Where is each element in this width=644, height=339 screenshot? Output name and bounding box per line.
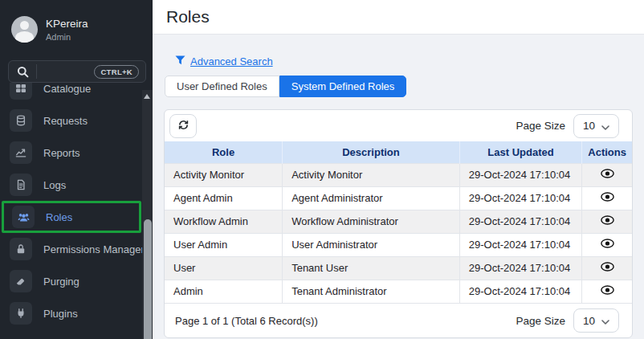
sidebar-item-purging[interactable]: Purging [0,265,142,297]
sidebar-item-label: Purging [43,276,79,288]
sidebar-item-catalogue[interactable]: Catalogue [0,83,142,104]
description-cell: Tenant Administrator [283,280,460,303]
advanced-search-link[interactable]: Advanced Search [175,55,273,67]
table-header-row: Role Description Last Updated Actions [165,141,632,163]
users-icon [12,206,35,228]
view-role-button[interactable] [597,260,617,276]
sidebar-item-roles[interactable]: Roles [2,201,141,233]
sidebar-item-reports[interactable]: Reports [0,137,142,169]
pagination-summary: Page 1 of 1 (Total 6 Record(s)) [175,315,318,327]
role-cell: Agent Admin [165,186,283,210]
description-cell: Workflow Administrator [283,210,460,233]
sidebar-item-plugins[interactable]: Plugins [0,297,142,329]
view-role-button[interactable] [597,214,617,230]
last-updated-cell: 29-Oct-2024 17:10:04 [459,163,581,186]
app-window: KPereira Admin CTRL+K Catalogue [0,0,644,339]
database-icon [10,109,32,132]
last-updated-cell: 29-Oct-2024 17:10:04 [459,256,581,280]
sidebar-item-label: Plugins [43,308,78,320]
refresh-icon [177,119,190,133]
table-row: Activity Monitor Activity Monitor 29-Oct… [165,163,632,186]
role-cell: Workflow Admin [165,210,283,233]
content-header: Roles [153,0,644,35]
description-cell: User Administrator [283,233,460,256]
view-role-button[interactable] [597,237,617,253]
search-divider [36,64,37,79]
table-footer: Page 1 of 1 (Total 6 Record(s)) Page Siz… [165,303,632,337]
roles-table-card: Page Size 10 Role De [164,109,633,338]
role-cell: User Admin [165,233,283,256]
scroll-up-arrow-icon[interactable] [144,94,150,99]
line-chart-icon [10,141,32,164]
page-size-select-footer[interactable]: 10 [573,308,619,333]
column-header-last-updated[interactable]: Last Updated [459,141,581,163]
view-role-button[interactable] [597,284,617,300]
role-cell: Admin [165,280,283,303]
page-title: Roles [166,7,210,27]
role-cell: User [165,256,283,280]
user-profile[interactable]: KPereira Admin [11,16,88,43]
table-row: User Admin User Administrator 29-Oct-202… [165,233,632,256]
page-size-value: 10 [583,120,595,132]
page-size-value: 10 [583,315,595,327]
search-icon [9,66,36,78]
view-role-button[interactable] [597,167,617,183]
refresh-button[interactable] [169,114,197,138]
eraser-icon [10,270,32,292]
sidebar-item-logs[interactable]: Logs [0,169,142,201]
last-updated-cell: 29-Oct-2024 17:10:04 [459,233,581,256]
sidebar-item-label: Reports [43,147,80,159]
sidebar-item-label: Roles [46,211,72,223]
column-header-role[interactable]: Role [165,141,283,163]
roles-table: Role Description Last Updated Actions Ac… [165,141,632,303]
grid-icon [10,83,32,100]
sidebar-item-label: Permissions Manager [43,243,142,255]
advanced-search-label: Advanced Search [190,55,273,67]
table-toolbar: Page Size 10 [165,110,632,141]
table-row: Agent Admin Agent Administrator 29-Oct-2… [165,186,632,210]
eye-icon [601,169,614,181]
description-cell: Tenant User [283,256,460,280]
description-cell: Activity Monitor [283,163,460,186]
sidebar-item-requests[interactable]: Requests [0,104,142,137]
view-role-button[interactable] [597,190,617,206]
tab-user-defined-roles[interactable]: User Defined Roles [165,76,279,97]
column-header-actions: Actions [582,141,632,163]
column-header-description[interactable]: Description [283,141,460,163]
description-cell: Agent Administrator [283,186,460,210]
eye-icon [601,285,614,297]
sidebar-item-label: Requests [43,115,88,127]
role-cell: Activity Monitor [165,163,283,186]
last-updated-cell: 29-Oct-2024 17:10:04 [459,280,581,303]
user-info: KPereira Admin [46,18,88,42]
sidebar-item-label: Logs [43,179,66,191]
sidebar-item-permissions-manager[interactable]: Permissions Manager [0,233,142,265]
last-updated-cell: 29-Oct-2024 17:10:04 [459,186,581,210]
sidebar-search-input[interactable]: CTRL+K [8,60,146,83]
page-size-label: Page Size [516,120,565,132]
role-type-tabs: User Defined Roles System Defined Roles [165,76,644,97]
sidebar-menu: Catalogue Requests Reports [0,83,142,339]
table-row: Admin Tenant Administrator 29-Oct-2024 1… [165,280,632,303]
lock-icon [10,238,32,260]
page-size-select[interactable]: 10 [573,114,619,138]
filter-icon [175,55,185,67]
page-size-label: Page Size [516,315,565,327]
shortcut-badge: CTRL+K [94,65,139,79]
document-icon [10,174,32,196]
eye-icon [601,239,614,251]
last-updated-cell: 29-Oct-2024 17:10:04 [459,210,581,233]
avatar [11,16,38,43]
sidebar-item-label: Catalogue [43,83,91,95]
eye-icon [601,215,614,227]
eye-icon [601,262,614,274]
tab-system-defined-roles[interactable]: System Defined Roles [279,76,407,97]
sidebar-scrollbar[interactable] [142,90,153,339]
eye-icon [601,192,614,204]
chevron-down-icon [601,119,609,133]
content-body: Advanced Search User Defined Roles Syste… [153,35,644,339]
sidebar: KPereira Admin CTRL+K Catalogue [0,0,153,339]
scrollbar-thumb[interactable] [144,219,152,339]
table-row: User Tenant User 29-Oct-2024 17:10:04 [165,256,632,280]
user-name: KPereira [46,18,88,31]
